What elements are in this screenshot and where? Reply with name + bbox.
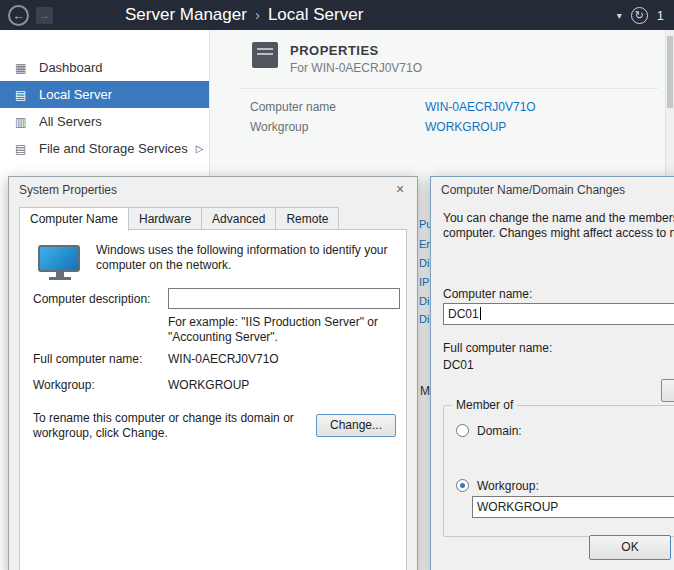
computer-monitor-icon bbox=[38, 245, 82, 285]
system-properties-dialog: System Properties × Computer NameHardwar… bbox=[8, 176, 418, 570]
expand-arrow-icon: ▷ bbox=[196, 143, 204, 154]
tab-remote[interactable]: Remote bbox=[275, 207, 339, 229]
dialog-intro-line1: You can change the name and the membersh… bbox=[443, 211, 674, 225]
more-button-clipped[interactable] bbox=[661, 379, 674, 402]
breadcrumb-section: Local Server bbox=[268, 5, 363, 24]
tab-strip: Computer NameHardwareAdvancedRemote bbox=[19, 207, 338, 230]
back-icon[interactable]: ← bbox=[8, 5, 29, 26]
rename-hint-text: To rename this computer or change its do… bbox=[33, 411, 305, 441]
forward-icon[interactable]: → bbox=[36, 7, 53, 24]
workgroup-link[interactable]: WORKGROUP bbox=[425, 120, 506, 134]
refresh-icon[interactable]: ↻ bbox=[631, 7, 648, 24]
tab-computer-name[interactable]: Computer Name bbox=[19, 207, 129, 231]
computer-name-label: Computer name bbox=[250, 100, 336, 114]
app-title: Server Manager bbox=[125, 5, 247, 24]
domain-radio-label[interactable]: Domain: bbox=[477, 424, 522, 438]
sidebar-item-label: Local Server bbox=[39, 87, 112, 102]
tab-advanced[interactable]: Advanced bbox=[201, 207, 276, 229]
notification-count[interactable]: 1 bbox=[657, 8, 664, 23]
servers-icon: ▥ bbox=[15, 115, 30, 129]
member-of-groupbox: Member of Domain: Workgroup: WORKGROUP bbox=[443, 405, 674, 537]
workgroup-label: Workgroup bbox=[250, 120, 308, 134]
breadcrumb: Server Manager›Local Server bbox=[125, 5, 363, 25]
computer-name-tab-page: Windows uses the following information t… bbox=[19, 229, 407, 570]
domain-radio[interactable] bbox=[456, 424, 469, 437]
ok-button[interactable]: OK bbox=[589, 535, 671, 560]
tab-hardware[interactable]: Hardware bbox=[128, 207, 202, 229]
full-computer-name-label: Full computer name: bbox=[33, 352, 142, 366]
server-tile-icon bbox=[252, 42, 278, 68]
workgroup-value: WORKGROUP bbox=[168, 378, 249, 392]
storage-icon: ▤ bbox=[15, 142, 30, 156]
sidebar-item-label: File and Storage Services bbox=[39, 141, 188, 156]
clipped-link-fragment[interactable]: Di bbox=[419, 313, 429, 325]
sidebar-item-label: All Servers bbox=[39, 114, 102, 129]
tab-intro-text: Windows uses the following information t… bbox=[96, 243, 394, 273]
dialog-titlebar[interactable]: System Properties × bbox=[9, 177, 417, 203]
server-icon: ▤ bbox=[15, 88, 30, 102]
computer-name-input-value: DC01 bbox=[448, 307, 479, 321]
sidebar-item-dashboard[interactable]: ▦ Dashboard bbox=[0, 54, 209, 81]
properties-panel-subtitle: For WIN-0AECRJ0V71O bbox=[290, 61, 422, 75]
divider bbox=[240, 88, 658, 89]
clipped-link-fragment[interactable]: Di bbox=[419, 295, 429, 307]
name-domain-changes-dialog: Computer Name/Domain Changes You can cha… bbox=[430, 176, 674, 570]
sidebar-item-file-storage-services[interactable]: ▤ File and Storage Services ▷ bbox=[0, 135, 209, 162]
computer-name-link[interactable]: WIN-0AECRJ0V71O bbox=[425, 100, 536, 114]
app-header: ← → Server Manager›Local Server ▾ ↻ 1 bbox=[0, 0, 674, 30]
clipped-link-fragment[interactable]: IP bbox=[419, 276, 429, 288]
clipped-text-fragment: M bbox=[420, 384, 430, 398]
text-cursor bbox=[480, 307, 481, 320]
member-of-label: Member of bbox=[452, 398, 517, 412]
full-computer-name-label: Full computer name: bbox=[443, 341, 552, 355]
breadcrumb-separator-icon: › bbox=[255, 6, 260, 23]
full-computer-name-value: WIN-0AECRJ0V71O bbox=[168, 352, 279, 366]
workgroup-radio-label[interactable]: Workgroup: bbox=[477, 479, 539, 493]
dialog-title: Computer Name/Domain Changes bbox=[441, 183, 625, 197]
clipped-link-fragment[interactable]: Di bbox=[419, 257, 429, 269]
workgroup-label: Workgroup: bbox=[33, 378, 95, 392]
computer-name-input[interactable]: DC01 bbox=[443, 303, 674, 325]
computer-description-input[interactable] bbox=[168, 288, 400, 309]
workgroup-radio[interactable] bbox=[456, 479, 469, 492]
dialog-intro-line2: computer. Changes might affect access to… bbox=[443, 226, 674, 240]
sidebar-item-local-server[interactable]: ▤ Local Server bbox=[0, 81, 209, 108]
computer-description-label: Computer description: bbox=[33, 292, 150, 306]
sidebar-item-label: Dashboard bbox=[39, 60, 103, 75]
dialog-title: System Properties bbox=[19, 183, 117, 197]
computer-name-label: Computer name: bbox=[443, 287, 532, 301]
description-example-text: For example: "IIS Production Server" or … bbox=[168, 315, 400, 345]
workgroup-input[interactable]: WORKGROUP bbox=[472, 496, 674, 518]
change-button[interactable]: Change... bbox=[316, 414, 396, 437]
chevron-down-icon[interactable]: ▾ bbox=[617, 10, 622, 21]
properties-panel-title: PROPERTIES bbox=[290, 43, 379, 58]
scrollbar-thumb[interactable] bbox=[667, 36, 673, 108]
full-computer-name-value: DC01 bbox=[443, 358, 474, 372]
sidebar-item-all-servers[interactable]: ▥ All Servers bbox=[0, 108, 209, 135]
dashboard-icon: ▦ bbox=[15, 61, 30, 75]
close-icon[interactable]: × bbox=[392, 181, 408, 197]
dialog-titlebar[interactable]: Computer Name/Domain Changes bbox=[431, 177, 674, 203]
